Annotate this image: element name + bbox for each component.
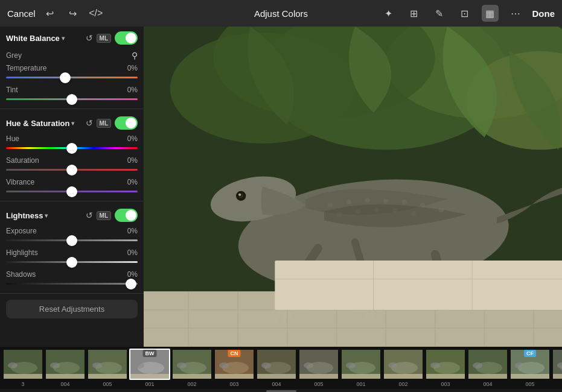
film-item[interactable]: CN 003 [214, 349, 255, 387]
svg-rect-94 [553, 374, 562, 380]
highlights-track [6, 261, 138, 263]
divider-2 [0, 201, 144, 201]
highlights-label: Highlights [6, 248, 38, 257]
adjust-icon[interactable]: ▦ [482, 5, 499, 22]
vibrance-label: Vibrance [6, 178, 34, 186]
film-item[interactable]: 004 [467, 349, 508, 387]
vibrance-control: Vibrance 0% [0, 177, 144, 186]
film-item[interactable]: 005 [87, 349, 128, 387]
shadows-slider-container [0, 279, 144, 291]
film-item[interactable]: 002 [383, 349, 424, 387]
code-button[interactable]: </> [88, 5, 104, 22]
crop-icon[interactable]: ⊡ [456, 5, 473, 22]
svg-rect-58 [173, 374, 212, 380]
divider-1 [0, 109, 144, 109]
temperature-label: Temperature [6, 64, 46, 72]
film-item[interactable]: 005 [298, 349, 339, 387]
saturation-label: Saturation [6, 156, 39, 165]
svg-point-10 [238, 194, 241, 196]
magic-wand-icon[interactable]: ✦ [380, 5, 397, 22]
tint-track [6, 98, 138, 100]
white-balance-reset-button[interactable]: ↺ [86, 33, 93, 43]
tint-label: Tint [6, 86, 18, 94]
temperature-value: 0% [127, 64, 138, 72]
film-item[interactable]: CF 005 [509, 349, 551, 387]
film-item[interactable]: 004 [256, 349, 297, 387]
exposure-value: 0% [127, 227, 138, 235]
film-item[interactable]: 001 [340, 349, 382, 387]
hue-track [6, 147, 138, 149]
pencil-icon[interactable]: ✎ [431, 5, 448, 22]
exposure-label: Exposure [6, 227, 37, 235]
grey-row: Grey ⚲ [0, 48, 144, 63]
film-item[interactable]: 003 [425, 349, 466, 387]
temperature-control: Temperature 0% [0, 63, 144, 72]
grid-icon[interactable]: ⊞ [406, 5, 423, 22]
svg-point-61 [219, 362, 229, 368]
film-item[interactable]: BW 001 [129, 349, 170, 387]
exposure-control: Exposure 0% [0, 226, 144, 235]
undo-button[interactable]: ↩ [42, 5, 59, 22]
lightness-section-header: Lightness ▾ ↺ ML [0, 204, 144, 226]
hue-saturation-chevron: ▾ [71, 120, 74, 127]
svg-rect-62 [215, 374, 255, 380]
svg-rect-82 [426, 374, 466, 380]
hue-saturation-ml-badge: ML [97, 119, 111, 128]
shadows-thumb[interactable] [126, 279, 136, 289]
hue-control: Hue 0% [0, 133, 144, 143]
highlights-thumb[interactable] [66, 257, 77, 268]
eyedropper-button[interactable]: ⚲ [132, 51, 138, 60]
svg-point-77 [388, 362, 398, 368]
vibrance-thumb[interactable] [66, 186, 77, 197]
shadows-label: Shadows [6, 270, 36, 279]
main-content: White Balance ▾ ↺ ML Grey ⚲ Temperature … [0, 27, 562, 347]
hue-saturation-toggle[interactable] [115, 116, 138, 130]
temperature-slider-container [0, 72, 144, 84]
lightness-title[interactable]: Lightness ▾ [6, 211, 48, 220]
svg-point-22 [411, 211, 416, 216]
vibrance-track [6, 191, 138, 192]
svg-rect-90 [511, 374, 551, 380]
reset-adjustments-button[interactable]: Reset Adjustments [6, 300, 138, 318]
done-button[interactable]: Done [532, 8, 555, 19]
divider-3 [0, 293, 144, 294]
tint-control: Tint 0% [0, 84, 144, 94]
hue-saturation-reset-button[interactable]: ↺ [86, 118, 93, 128]
svg-point-20 [374, 207, 379, 212]
more-icon[interactable]: ⋯ [507, 5, 524, 22]
film-item[interactable]: 3 [2, 349, 43, 387]
cancel-button[interactable]: Cancel [7, 8, 36, 19]
svg-point-16 [420, 203, 425, 207]
white-balance-title[interactable]: White Balance ▾ [6, 34, 65, 43]
hue-slider-container [0, 143, 144, 155]
hue-thumb[interactable] [66, 143, 77, 154]
tint-thumb[interactable] [66, 94, 77, 105]
left-panel: White Balance ▾ ↺ ML Grey ⚲ Temperature … [0, 27, 144, 347]
saturation-thumb[interactable] [66, 165, 77, 175]
shadows-value: 0% [127, 270, 138, 279]
film-item[interactable]: 004 [45, 349, 86, 387]
svg-point-65 [261, 362, 271, 368]
temperature-track [6, 77, 138, 78]
lightness-toggle[interactable] [115, 209, 138, 222]
filmstrip: 3 004 005BW 001 002CN 003 [0, 347, 562, 389]
svg-rect-86 [468, 374, 508, 380]
exposure-thumb[interactable] [66, 235, 77, 246]
hue-saturation-section-header: Hue & Saturation ▾ ↺ ML [0, 112, 144, 133]
svg-rect-50 [88, 374, 128, 380]
highlights-control: Highlights 0% [0, 247, 144, 257]
hue-saturation-title[interactable]: Hue & Saturation ▾ [6, 119, 74, 128]
redo-button[interactable]: ↪ [65, 5, 81, 22]
svg-point-53 [135, 362, 144, 368]
exposure-track [6, 239, 138, 241]
svg-rect-54 [130, 374, 170, 380]
lightness-chevron: ▾ [45, 212, 48, 219]
saturation-value: 0% [127, 156, 138, 165]
temperature-thumb[interactable] [60, 72, 71, 83]
film-item[interactable]: 001 [552, 349, 562, 387]
film-item[interactable]: 002 [171, 349, 212, 387]
white-balance-toggle[interactable] [115, 31, 138, 45]
svg-rect-42 [4, 374, 43, 380]
lightness-reset-button[interactable]: ↺ [86, 210, 93, 220]
svg-rect-70 [299, 374, 339, 380]
